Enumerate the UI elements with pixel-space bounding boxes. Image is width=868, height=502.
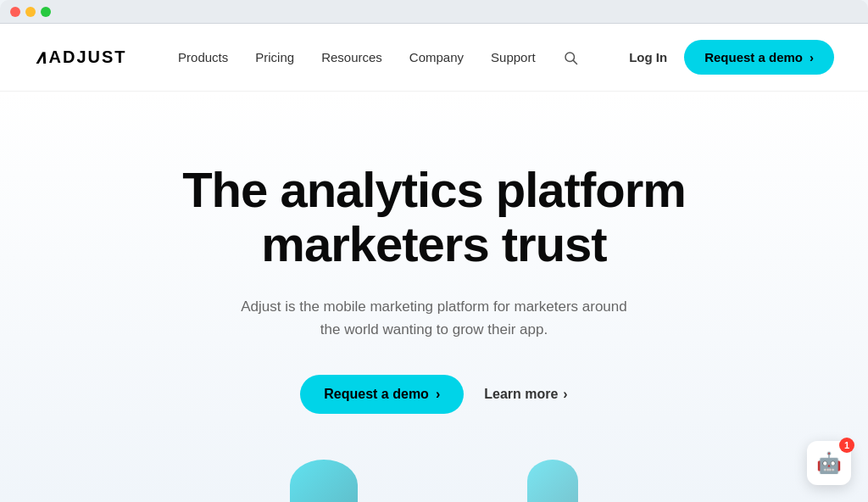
chat-badge: 1 [839,438,854,453]
demo-button-arrow: › [810,50,814,64]
cta-label: Request a demo [324,387,429,402]
logo-icon: ∧ [34,47,47,69]
learn-more-label: Learn more [484,387,558,402]
page: ∧ ADJUST Products Pricing Resources Comp… [0,24,868,502]
bottom-preview [0,460,868,502]
request-demo-button[interactable]: Request a demo › [684,40,834,75]
demo-button-label: Request a demo [704,50,803,64]
chat-widget[interactable]: 🤖 1 [807,441,851,485]
search-icon [563,50,578,65]
robot-icon: 🤖 [816,451,842,475]
nav-company[interactable]: Company [409,50,464,64]
logo[interactable]: ∧ ADJUST [34,47,127,69]
navbar-center: Products Pricing Resources Company Suppo… [178,50,578,65]
navbar-right: Log In Request a demo › [629,40,834,75]
window-chrome [0,0,868,24]
hero-cta-button[interactable]: Request a demo › [300,375,464,414]
hero-buttons: Request a demo › Learn more › [300,375,567,414]
preview-shape-right [527,460,578,502]
navbar-left: ∧ ADJUST [34,47,127,69]
preview-shape-left [290,460,358,502]
learn-more-arrow: › [563,387,567,402]
login-link[interactable]: Log In [629,50,667,64]
close-button[interactable] [10,7,20,17]
search-button[interactable] [563,50,578,65]
hero-title: The analytics platform marketers trust [137,163,731,271]
logo-text: ADJUST [49,47,127,67]
cta-arrow: › [436,387,440,402]
hero-section: The analytics platform marketers trust A… [0,92,868,502]
nav-products[interactable]: Products [178,50,228,64]
nav-resources[interactable]: Resources [321,50,382,64]
hero-subtitle: Adjust is the mobile marketing platform … [231,295,637,341]
nav-pricing[interactable]: Pricing [255,50,294,64]
svg-line-1 [573,60,576,64]
minimize-button[interactable] [25,7,36,17]
learn-more-link[interactable]: Learn more › [484,387,567,402]
nav-support[interactable]: Support [491,50,536,64]
traffic-lights [10,7,51,17]
navbar: ∧ ADJUST Products Pricing Resources Comp… [0,24,868,92]
maximize-button[interactable] [41,7,51,17]
